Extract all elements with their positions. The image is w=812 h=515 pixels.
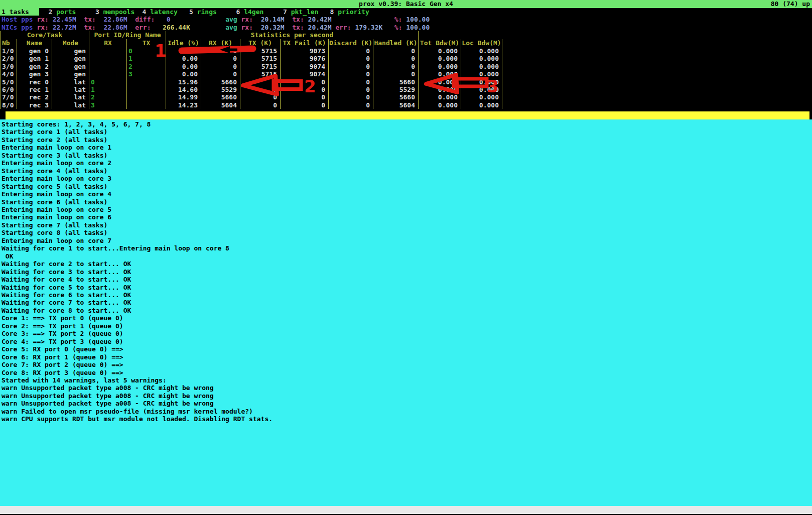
table-cell: 5604 [373, 101, 419, 109]
table-cell: 9073 [281, 47, 329, 55]
table-cell: TX [127, 39, 166, 47]
log-line: Entering main loop on core 6 [0, 213, 812, 221]
table-cell: 0.00 [166, 63, 201, 70]
table-cell [127, 93, 166, 101]
stat-segment: tx: [84, 16, 95, 23]
table-cell: 0.000 [419, 86, 461, 93]
table-cell: 0 [240, 78, 281, 86]
table-cell: Discard (K) [329, 39, 373, 47]
stat-segment: 20.42M [308, 16, 332, 23]
table-cell: 0 [373, 55, 419, 62]
table-group-header: Core/TaskPort ID/Ring NameStatistics per… [1, 31, 502, 39]
log-line: Waiting for core 4 to start... OK [0, 276, 812, 283]
tab-6-l4gen[interactable]: 6 l4gen [235, 8, 282, 16]
stat-segment [237, 16, 241, 23]
table-row: 3/0gen 2gen20.00057159074000.0000.000 [1, 63, 502, 70]
table-cell: 5715 [240, 55, 281, 62]
table-row: 1/0gen 0gen00.00057159073000.0000.000 [1, 47, 502, 55]
tab-number: 1 [2, 8, 6, 16]
log-line: Entering main loop on core 2 [0, 159, 812, 167]
table-cell: RX (K) [201, 39, 240, 47]
table-cell: lat [52, 86, 89, 93]
table-cell: 0 [240, 101, 281, 109]
log-line: Core 7: RX port 2 (queue 0) ==> [0, 361, 812, 368]
table-cell: 7/0 [1, 93, 17, 101]
stat-segment [155, 16, 166, 23]
title-bar: prox v0.39: Basic Gen x4 80 (74) up [0, 0, 812, 8]
tab-8-priority[interactable]: 8 priority [329, 8, 376, 16]
table-cell: 0.000 [461, 93, 502, 101]
table-cell: 0 [329, 86, 373, 93]
table-cell: 6/0 [1, 86, 17, 93]
stat-segment: 179.32K [355, 24, 383, 31]
table-cell: 5715 [240, 70, 281, 78]
table-cell: gen [52, 70, 89, 78]
table-cell: gen 1 [17, 55, 52, 62]
stat-segment [190, 24, 225, 31]
log-line: Starting core 1 (all tasks) [0, 128, 812, 136]
log-line: Core 6: RX port 1 (queue 0) ==> [0, 353, 812, 361]
log-line: Starting core 3 (all tasks) [0, 152, 812, 159]
tab-3-mempools[interactable]: 3 mempools [94, 8, 141, 16]
stat-segment: rx: [37, 24, 48, 31]
table-cell: 0 [373, 70, 419, 78]
tab-label: rings [197, 8, 217, 16]
table-cell: Tot Bdw(M) [419, 39, 461, 47]
table-cell: gen [52, 63, 89, 70]
table-cell: 5660 [373, 93, 419, 101]
stat-segment: avg [225, 16, 237, 23]
log-line: warn Unsupported packet type a008 - CRC … [0, 384, 812, 392]
table-cell: Loc Bdw(M) [461, 39, 502, 47]
table-cell: rec 2 [17, 93, 52, 101]
table-cell: 0 [281, 78, 329, 86]
table-cell: 15.96 [166, 78, 201, 86]
stat-segment [171, 16, 226, 23]
tab-number: 4 [143, 8, 147, 16]
table-cell: rec 0 [17, 78, 52, 86]
tab-1-tasks[interactable]: 1 tasks [0, 8, 47, 16]
table-cell: 0 [373, 47, 419, 55]
log-line: Starting core 6 (all tasks) [0, 198, 812, 206]
stat-segment: 100.00 [406, 16, 430, 23]
table-cell: 0 [201, 47, 240, 55]
table-cell: 1 [127, 55, 166, 62]
table-cell [89, 70, 127, 78]
table-cell: 2/0 [1, 55, 17, 62]
log-line: Starting core 5 (all tasks) [0, 183, 812, 190]
table-cell: 0.000 [461, 78, 502, 86]
host-pps-line: Host pps rx: 22.45M tx: 22.86M diff: 0 a… [0, 16, 812, 24]
table-cell: 0 [201, 63, 240, 70]
tab-4-latency[interactable]: 4 latency [141, 8, 188, 16]
table-header-row: NbNameModeRXTXIdle (%)RX (K)TX (K)TX Fai… [1, 39, 502, 47]
table-cell: 3 [89, 101, 127, 109]
table-cell: 0 [240, 93, 281, 101]
log-line: warn Failed to open msr pseudo-file (mis… [0, 408, 812, 415]
log-line: Core 3: ==> TX port 2 (queue 0) [0, 330, 812, 337]
log-line: Waiting for core 1 to start...Entering m… [0, 244, 812, 252]
log-line: Entering main loop on core 5 [0, 206, 812, 213]
table-cell: 0.000 [419, 78, 461, 86]
stat-segment: 22.45M [53, 16, 76, 23]
tab-2-ports[interactable]: 2 ports [47, 8, 94, 16]
log-line: Entering main loop on core 4 [0, 190, 812, 198]
table-cell: 0 [127, 47, 166, 55]
table-cell: gen 0 [17, 47, 52, 55]
table-cell: 0.000 [461, 86, 502, 93]
tab-7-pkt_len[interactable]: 7 pkt_len [282, 8, 329, 16]
log-line: Waiting for core 6 to start... OK [0, 291, 812, 299]
stat-segment [96, 16, 104, 23]
stat-segment: tx: [84, 24, 95, 31]
table-cell: 5604 [201, 101, 240, 109]
table-cell: 0 [329, 101, 373, 109]
table-cell: 0.000 [461, 63, 502, 70]
stat-segment [253, 24, 261, 31]
stat-segment: tx: [292, 24, 304, 31]
log-line: Entering main loop on core 3 [0, 175, 812, 182]
tab-5-rings[interactable]: 5 rings [188, 8, 235, 16]
table-cell: 0.000 [419, 55, 461, 62]
table-cell: 0.000 [461, 101, 502, 109]
stat-segment: 20.32M [261, 24, 285, 31]
stat-segment [253, 16, 261, 23]
table-cell: 8/0 [1, 101, 17, 109]
table-cell: Core/Task [1, 31, 89, 39]
